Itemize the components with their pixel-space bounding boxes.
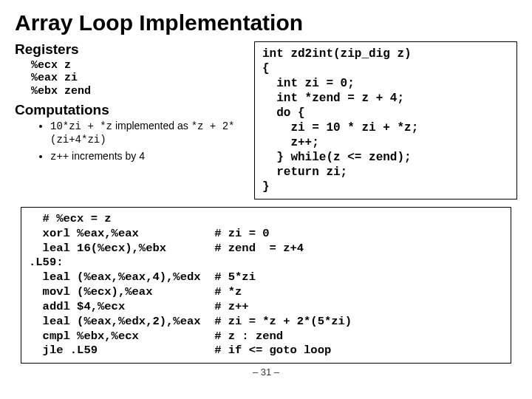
register-line: %eax zi (15, 72, 244, 84)
slide: Array Loop Implementation Registers %ecx… (0, 0, 532, 399)
top-row: Registers %ecx z %eax zi %ebx zend Compu… (15, 41, 517, 200)
c-code-box: int zd2int(zip_dig z) { int zi = 0; int … (254, 41, 517, 200)
registers-heading: Registers (15, 41, 244, 58)
computation-item: 10*zi + *z implemented as *z + 2*(zi+4*z… (50, 120, 244, 147)
assembly-box: # %ecx = z xorl %eax,%eax # zi = 0 leal … (21, 207, 511, 364)
right-column: int zd2int(zip_dig z) { int zi = 0; int … (254, 41, 517, 200)
comp-text: increments by 4 (72, 150, 145, 162)
comp-text: implemented as (115, 120, 188, 132)
register-line: %ecx z (15, 59, 244, 72)
computations-list: 10*zi + *z implemented as *z + 2*(zi+4*z… (15, 120, 244, 164)
comp-text: z++ (50, 151, 69, 163)
comp-text: 10*zi + *z (50, 120, 112, 132)
page-number: – 31 – (15, 366, 517, 378)
computation-item: z++ increments by 4 (50, 150, 244, 164)
page-title: Array Loop Implementation (15, 10, 517, 35)
register-line: %ebx zend (15, 85, 244, 98)
computations-block: Computations 10*zi + *z implemented as *… (15, 102, 244, 164)
computations-heading: Computations (15, 102, 244, 118)
left-column: Registers %ecx z %eax zi %ebx zend Compu… (15, 41, 244, 166)
